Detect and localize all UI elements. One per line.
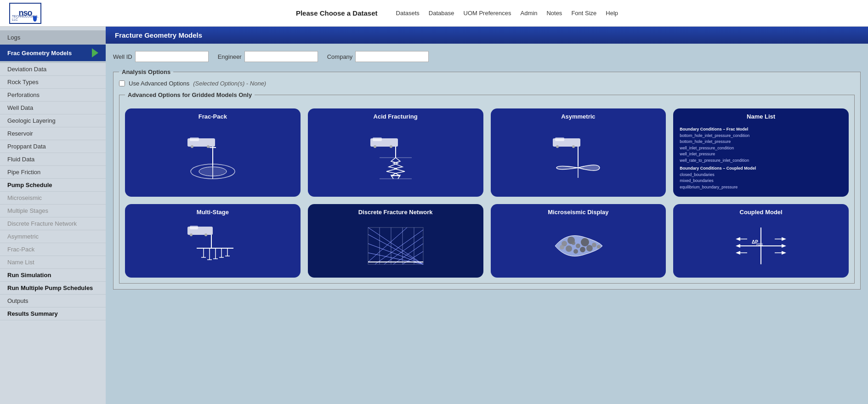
sidebar-item-multiple-stages[interactable]: Multiple Stages bbox=[0, 205, 106, 217]
sidebar-item-results-summary[interactable]: Results Summary bbox=[0, 307, 106, 320]
svg-point-24 bbox=[190, 233, 193, 236]
use-advanced-checkbox[interactable] bbox=[119, 80, 125, 86]
content-area: Fracture Geometry Models Well ID Enginee… bbox=[106, 27, 868, 404]
frac-pack-title: Frac-Pack bbox=[199, 113, 227, 120]
logo-box: nso TECHNOLOGIES, LLC bbox=[9, 3, 41, 24]
model-card-name-list[interactable]: Name List Boundary Conditions – Frac Mod… bbox=[673, 108, 849, 197]
multi-stage-illustration bbox=[130, 218, 296, 273]
company-input[interactable] bbox=[355, 51, 429, 62]
dfn-svg bbox=[366, 223, 425, 269]
name-list-section-1: Boundary Conditions – Frac Model bbox=[680, 126, 842, 133]
checkbox-row: Use Advanced Options (Selected Option(s)… bbox=[119, 80, 855, 87]
sidebar-item-name-list[interactable]: Name List bbox=[0, 256, 106, 269]
sidebar-item-frac-pack[interactable]: Frac-Pack bbox=[0, 243, 106, 256]
name-list-text: Boundary Conditions – Frac Model bottom_… bbox=[678, 123, 844, 192]
well-id-input[interactable] bbox=[135, 51, 209, 62]
logo: nso TECHNOLOGIES, LLC bbox=[9, 3, 41, 24]
svg-point-60 bbox=[573, 249, 578, 254]
engineer-field: Engineer bbox=[218, 51, 318, 62]
dfn-title: Discrete Fracture Network bbox=[358, 209, 433, 216]
svg-rect-1 bbox=[190, 137, 199, 141]
sidebar-item-perforations[interactable]: Perforations bbox=[0, 89, 106, 102]
use-advanced-label[interactable]: Use Advanced Options bbox=[129, 80, 189, 87]
model-card-acid-fracturing[interactable]: Acid Fracturing bbox=[308, 108, 483, 197]
sidebar-item-proppant-data[interactable]: Proppant Data bbox=[0, 140, 106, 153]
selected-options-label: (Selected Option(s) - None) bbox=[193, 80, 266, 87]
nav-title: Please Choose a Dataset bbox=[296, 9, 378, 17]
svg-point-56 bbox=[581, 238, 589, 246]
logo-drop bbox=[33, 16, 37, 22]
svg-point-61 bbox=[580, 247, 585, 252]
well-id-field: Well ID bbox=[113, 51, 209, 62]
svg-point-3 bbox=[207, 145, 210, 148]
advanced-options-legend: Advanced Options for Gridded Models Only bbox=[125, 91, 255, 98]
svg-marker-70 bbox=[736, 251, 740, 255]
content-body: Well ID Engineer Company Analysis Option… bbox=[106, 44, 868, 297]
sidebar-item-well-data[interactable]: Well Data bbox=[0, 102, 106, 114]
sidebar-item-reservoir[interactable]: Reservoir bbox=[0, 127, 106, 140]
svg-point-64 bbox=[572, 241, 575, 245]
sidebar-item-microseismic[interactable]: Microseismic bbox=[0, 192, 106, 205]
frac-pack-svg bbox=[183, 135, 243, 181]
analysis-options-legend: Analysis Options bbox=[119, 68, 173, 75]
sidebar-item-asymmetric[interactable]: Asymmetric bbox=[0, 230, 106, 243]
sidebar-item-frac-geometry[interactable]: Frac Geometry Models bbox=[0, 45, 106, 61]
sidebar-item-pump-schedule[interactable]: Pump Schedule bbox=[0, 179, 106, 192]
svg-point-58 bbox=[592, 243, 596, 247]
model-grid: Frac-Pack bbox=[125, 108, 849, 278]
multi-stage-title: Multi-Stage bbox=[197, 209, 229, 216]
main-layout: Logs Frac Geometry Models Deviation Data… bbox=[0, 27, 868, 404]
sidebar-item-outputs[interactable]: Outputs bbox=[0, 295, 106, 307]
sidebar-item-run-simulation[interactable]: Run Simulation bbox=[0, 269, 106, 282]
top-navigation: nso TECHNOLOGIES, LLC Please Choose a Da… bbox=[0, 0, 868, 27]
svg-rect-10 bbox=[373, 137, 382, 141]
nav-help[interactable]: Help bbox=[606, 10, 618, 17]
nav-links: Datasets Database UOM Preferences Admin … bbox=[396, 10, 618, 17]
model-card-dfn[interactable]: Discrete Fracture Network bbox=[308, 204, 483, 278]
name-list-content-area: Boundary Conditions – Frac Model bottom_… bbox=[678, 123, 844, 192]
sidebar: Logs Frac Geometry Models Deviation Data… bbox=[0, 27, 106, 404]
multi-stage-svg bbox=[183, 223, 243, 269]
well-id-label: Well ID bbox=[113, 53, 132, 60]
sidebar-item-deviation-data[interactable]: Deviation Data bbox=[0, 63, 106, 76]
dfn-illustration bbox=[312, 218, 479, 273]
nav-fontsize[interactable]: Font Size bbox=[571, 10, 596, 17]
svg-rect-17 bbox=[555, 137, 564, 141]
sidebar-item-pipe-friction[interactable]: Pipe Friction bbox=[0, 166, 106, 179]
model-card-coupled[interactable]: Coupled Model bbox=[673, 204, 849, 278]
nav-database[interactable]: Database bbox=[429, 10, 454, 17]
engineer-label: Engineer bbox=[218, 53, 242, 60]
nav-admin[interactable]: Admin bbox=[521, 10, 538, 17]
frac-pack-illustration bbox=[130, 123, 296, 192]
analysis-options-fieldset: Analysis Options Use Advanced Options (S… bbox=[113, 68, 861, 290]
asymmetric-title: Asymmetric bbox=[561, 113, 595, 120]
nav-center: Please Choose a Dataset Datasets Databas… bbox=[55, 9, 859, 17]
sidebar-item-rock-types[interactable]: Rock Types bbox=[0, 76, 106, 89]
content-header: Fracture Geometry Models bbox=[106, 27, 868, 44]
nav-uom[interactable]: UOM Preferences bbox=[464, 10, 511, 17]
nav-datasets[interactable]: Datasets bbox=[396, 10, 420, 17]
sidebar-item-fluid-data[interactable]: Fluid Data bbox=[0, 153, 106, 166]
svg-marker-73 bbox=[782, 244, 786, 248]
form-row: Well ID Engineer Company bbox=[113, 51, 861, 62]
microseismic-title: Microseismic Display bbox=[548, 209, 608, 216]
engineer-input[interactable] bbox=[244, 51, 318, 62]
model-card-frac-pack[interactable]: Frac-Pack bbox=[125, 108, 301, 197]
sidebar-item-discrete-fracture-network[interactable]: Discrete Fracture Network bbox=[0, 217, 106, 230]
model-card-multi-stage[interactable]: Multi-Stage bbox=[125, 204, 301, 278]
sidebar-item-geologic-layering[interactable]: Geologic Layering bbox=[0, 114, 106, 127]
svg-marker-72 bbox=[736, 237, 740, 241]
sidebar-item-logs[interactable]: Logs bbox=[0, 30, 106, 45]
svg-rect-23 bbox=[190, 226, 198, 229]
name-list-section-2: Boundary Conditions – Coupled Model bbox=[680, 165, 842, 172]
microseismic-illustration bbox=[495, 218, 662, 273]
coupled-svg: ΔP RES bbox=[731, 223, 791, 269]
nav-notes[interactable]: Notes bbox=[546, 10, 562, 17]
asymmetric-svg bbox=[548, 135, 608, 181]
advanced-options-fieldset: Advanced Options for Gridded Models Only… bbox=[119, 91, 855, 284]
model-card-asymmetric[interactable]: Asymmetric bbox=[491, 108, 666, 197]
svg-point-59 bbox=[566, 245, 572, 252]
coupled-illustration: ΔP RES bbox=[678, 218, 844, 273]
model-card-microseismic[interactable]: Microseismic Display bbox=[491, 204, 666, 278]
sidebar-item-run-multiple[interactable]: Run Multiple Pump Schedules bbox=[0, 282, 106, 295]
